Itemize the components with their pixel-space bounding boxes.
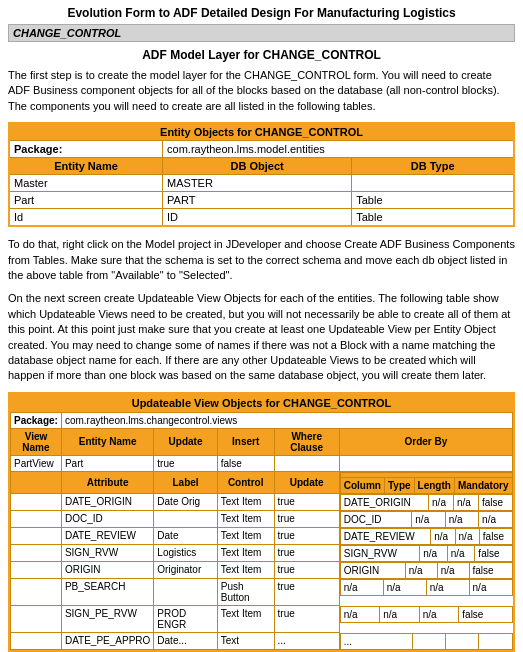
uv-view-name: PartView	[11, 455, 62, 471]
middle-description: To do that, right click on the Model pro…	[8, 237, 515, 283]
inner-mandatory: n/a	[469, 579, 512, 595]
uv-order	[339, 455, 512, 471]
attr-label: Date	[154, 528, 217, 545]
table-row: DATE_PE_APPRO Date... Text ... ...	[11, 633, 513, 650]
entity-col-header-db: DB Object	[163, 158, 352, 175]
inner-length: n/a	[437, 562, 469, 578]
attr-blank	[11, 562, 62, 579]
db-type-part: Table	[352, 192, 514, 209]
inner-mandatory: n/a	[479, 511, 512, 527]
attr-update: true	[274, 528, 339, 545]
attr-name: DATE_ORIGIN	[61, 494, 153, 511]
attr-blank	[11, 528, 62, 545]
inner-length: n/a	[445, 511, 478, 527]
table-row: Master MASTER	[9, 175, 514, 192]
attr-control: Text Item	[217, 606, 274, 633]
entity-objects-table: Entity Objects for CHANGE_CONTROL Packag…	[8, 122, 515, 227]
entity-name-part: Part	[9, 192, 163, 209]
entity-table-container: Entity Objects for CHANGE_CONTROL Packag…	[8, 122, 515, 227]
inner-type: n/a	[420, 545, 448, 561]
package-value: com.raytheon.lms.model.entities	[163, 141, 514, 158]
db-object-part: PART	[163, 192, 352, 209]
db-object-master: MASTER	[163, 175, 352, 192]
uv-col-update: Update	[154, 428, 217, 455]
table-row: DATE_REVIEW Date Text Item true DATE_REV…	[11, 528, 513, 545]
attr-label: Originator	[154, 562, 217, 579]
uv-partview-row: PartView Part true false	[11, 455, 513, 471]
inner-type: n/a	[429, 494, 454, 510]
uv-update: true	[154, 455, 217, 471]
inner-column: DATE_ORIGIN	[340, 494, 428, 510]
attr-col-control: Control	[217, 471, 274, 494]
page-title: Evolution Form to ADF Detailed Design Fo…	[8, 6, 515, 20]
uv-package-value: com.raytheon.lms.changecontrol.views	[61, 412, 512, 428]
attr-name: DATE_PE_APPRO	[61, 633, 153, 650]
inner-col-mandatory: Mandatory	[454, 477, 512, 493]
inner-col-length: Length	[414, 477, 454, 493]
inner-length: n/a	[426, 579, 469, 595]
inner-type: n/a	[380, 606, 420, 622]
inner-column: ...	[340, 633, 413, 649]
section-header: CHANGE_CONTROL	[8, 24, 515, 42]
inner-type	[413, 633, 446, 649]
table-row: SIGN_RVW Logistics Text Item true SIGN_R…	[11, 545, 513, 562]
attr-name: ORIGIN	[61, 562, 153, 579]
uv-objects-table: Package: com.raytheon.lms.changecontrol.…	[10, 412, 513, 651]
uv-package-label: Package:	[11, 412, 62, 428]
inner-column: n/a	[340, 606, 380, 622]
entity-name-id: Id	[9, 209, 163, 227]
attr-label	[154, 579, 217, 606]
uv-table-title: Updateable View Objects for CHANGE_CONTR…	[10, 394, 513, 412]
table-row: PB_SEARCH Push Button true n/a n/a n/a n…	[11, 579, 513, 606]
uv-col-view-name: ViewName	[11, 428, 62, 455]
uv-col-where: Where Clause	[274, 428, 339, 455]
table-row: ORIGIN Originator Text Item true ORIGIN …	[11, 562, 513, 579]
entity-col-header-type: DB Type	[352, 158, 514, 175]
inner-length: n/a	[455, 528, 479, 544]
inner-column: SIGN_RVW	[340, 545, 419, 561]
uv-entity-name: Part	[61, 455, 153, 471]
uv-insert: false	[217, 455, 274, 471]
intro-description: The first step is to create the model la…	[8, 68, 515, 114]
attr-label	[154, 511, 217, 528]
attr-update: true	[274, 545, 339, 562]
db-type-master	[352, 175, 514, 192]
package-label: Package:	[9, 141, 163, 158]
inner-attr-table: Column Type Length Mandatory	[340, 472, 513, 494]
attr-update: true	[274, 579, 339, 606]
attr-update: true	[274, 494, 339, 511]
inner-type: n/a	[431, 528, 455, 544]
attr-name: SIGN_PE_RVW	[61, 606, 153, 633]
inner-mandatory	[479, 633, 512, 649]
attr-update: true	[274, 562, 339, 579]
table-row: Id ID Table	[9, 209, 514, 227]
attr-label: Date Orig	[154, 494, 217, 511]
attr-blank	[11, 579, 62, 606]
table-row: SIGN_PE_RVW PROD ENGR Text Item true n/a…	[11, 606, 513, 633]
inner-length: n/a	[454, 494, 479, 510]
inner-type: n/a	[383, 579, 426, 595]
attr-col-attribute: Attribute	[61, 471, 153, 494]
inner-mandatory: false	[475, 545, 512, 561]
db-object-id: ID	[163, 209, 352, 227]
inner-column: DOC_ID	[340, 511, 412, 527]
inner-type: n/a	[405, 562, 437, 578]
uv-outer-border: Updateable View Objects for CHANGE_CONTR…	[8, 392, 515, 652]
attr-label: Logistics	[154, 545, 217, 562]
attr-col-blank	[11, 471, 62, 494]
inner-mandatory: false	[459, 606, 512, 622]
uv-col-entity-name: Entity Name	[61, 428, 153, 455]
attr-label: PROD ENGR	[154, 606, 217, 633]
attr-name: SIGN_RVW	[61, 545, 153, 562]
inner-length	[446, 633, 479, 649]
inner-length: n/a	[447, 545, 475, 561]
inner-length: n/a	[419, 606, 459, 622]
attr-col-label: Label	[154, 471, 217, 494]
uv-col-insert: Insert	[217, 428, 274, 455]
inner-col-column: Column	[340, 477, 384, 493]
inner-column: DATE_REVIEW	[340, 528, 431, 544]
entity-name-master: Master	[9, 175, 163, 192]
attr-control: Text Item	[217, 494, 274, 511]
db-type-id: Table	[352, 209, 514, 227]
attr-update: true	[274, 511, 339, 528]
